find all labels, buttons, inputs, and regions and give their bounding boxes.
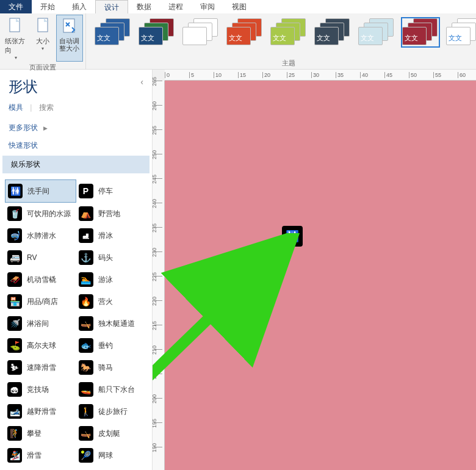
shape-item[interactable]: P停车 (76, 179, 148, 203)
shape-label: 洗手间 (27, 186, 49, 197)
shape-icon: 🐟 (79, 338, 93, 353)
tab-review[interactable]: 审阅 (192, 0, 223, 13)
tab-file[interactable]: 文件 (0, 0, 32, 13)
tab-insert[interactable]: 插入 (63, 0, 95, 13)
main-area: 形状 ‹ 模具 | 搜索 更多形状 ▶ 快速形状 娱乐形状 🚻洗手间P停车🥤可饮… (0, 70, 476, 470)
size-button[interactable]: 大小 ▾ (29, 15, 56, 62)
shape-icon: 🎿 (7, 404, 22, 419)
canvas-area: 051015202530354045505560 265260255250245… (153, 70, 476, 470)
orientation-label: 纸张方向 (5, 37, 27, 55)
shapes-panel-title: 形状 (9, 78, 38, 95)
restroom-shape-instance[interactable]: 🚻 (282, 226, 303, 247)
group-page-setup: 纸张方向 ▾ 大小 ▾ 自动调整大小 页面设置 (0, 13, 86, 69)
tab-data[interactable]: 数据 (128, 0, 160, 13)
shape-icon: 🛶 (79, 426, 93, 441)
shape-item[interactable]: ⛷速降滑雪 (5, 356, 76, 378)
shape-item[interactable]: ⛺野营地 (76, 203, 148, 225)
shape-item[interactable]: 🏪用品/商店 (5, 291, 76, 313)
shape-item[interactable]: 🏟竞技场 (5, 378, 76, 400)
tab-design[interactable]: 设计 (95, 0, 128, 13)
shape-icon: ⚓ (79, 250, 93, 265)
autofit-icon (60, 16, 79, 36)
shape-label: 滑冰 (98, 231, 113, 241)
theme-thumb-4[interactable]: 文文 (270, 18, 307, 46)
shape-item[interactable]: 🚤船只下水台 (76, 378, 148, 400)
shape-label: 皮划艇 (98, 428, 120, 439)
shape-item[interactable]: 🎿越野滑雪 (5, 400, 76, 422)
shape-item[interactable]: 🚻洗手间 (5, 179, 76, 203)
shape-icon: 🏂 (7, 448, 22, 463)
shape-item[interactable]: 🥤可饮用的水源 (5, 203, 76, 225)
shape-item[interactable]: 🛶皮划艇 (76, 422, 148, 444)
themes-group-label: 主题 (88, 57, 476, 69)
page-size-icon (33, 16, 52, 35)
shape-item[interactable]: 🏂滑雪 (5, 444, 76, 466)
shape-item[interactable]: 🐟垂钓 (76, 334, 148, 356)
shape-icon: 🎾 (79, 448, 93, 463)
shape-icon: 🥤 (7, 206, 22, 221)
shape-item[interactable]: 🧗攀登 (5, 422, 76, 444)
shape-item[interactable]: 🚿淋浴间 (5, 313, 76, 334)
shape-icon: ⛷ (7, 360, 22, 375)
shape-icon: 🤿 (7, 228, 22, 243)
shape-label: 用品/商店 (27, 297, 58, 307)
shape-item[interactable]: 🎾网球 (76, 444, 148, 466)
shape-item[interactable]: ⛸滑冰 (76, 225, 148, 247)
shape-icon: ⛸ (79, 228, 93, 243)
shape-label: 野营地 (98, 209, 120, 219)
stencils-link[interactable]: 模具 (9, 103, 23, 112)
shape-item[interactable]: 🏊游泳 (76, 269, 148, 291)
shape-icon: 🐎 (79, 360, 93, 375)
shape-item[interactable]: 🤿水肺潜水 (5, 225, 76, 247)
shape-label: 船只下水台 (98, 385, 135, 395)
search-link[interactable]: 搜索 (39, 103, 54, 112)
quick-shapes-link[interactable]: 快速形状 (0, 137, 152, 154)
shape-label: 营火 (98, 297, 113, 307)
caret-down-icon: ▾ (41, 46, 44, 51)
caret-down-icon: ▾ (15, 55, 17, 60)
theme-thumb-2[interactable] (182, 18, 219, 46)
svg-line-3 (153, 251, 278, 447)
tab-home[interactable]: 开始 (32, 0, 63, 13)
theme-thumb-5[interactable]: 文文 (314, 18, 351, 46)
theme-thumb-3[interactable]: 文文 (226, 18, 263, 46)
shape-label: 滑雪 (27, 450, 41, 461)
orientation-button[interactable]: 纸张方向 ▾ (2, 15, 29, 62)
shape-item[interactable]: 🚐RV (5, 247, 76, 269)
shape-item[interactable]: 🐎骑马 (76, 356, 148, 378)
theme-gallery[interactable]: 文文文文文文文文文文文文文文文文 (88, 15, 476, 57)
shape-label: 停车 (98, 186, 113, 197)
shape-icon: 🏪 (7, 294, 22, 309)
collapse-panel-button[interactable]: ‹ (140, 77, 143, 87)
theme-thumb-0[interactable]: 文文 (95, 18, 131, 46)
shape-category-active[interactable]: 娱乐形状 (2, 156, 150, 173)
theme-thumb-6[interactable]: 文文 (358, 18, 395, 46)
shape-item[interactable]: 🛷机动雪橇 (5, 269, 76, 291)
shape-icon: 🧗 (7, 426, 22, 441)
shape-label: 机动雪橇 (27, 275, 56, 285)
shape-label: 码头 (98, 253, 113, 263)
shape-icon: 🚤 (79, 382, 93, 397)
theme-thumb-1[interactable]: 文文 (139, 18, 175, 46)
tab-view[interactable]: 视图 (223, 0, 255, 13)
tab-process[interactable]: 进程 (160, 0, 192, 13)
shape-item[interactable]: ⛳高尔夫球 (5, 334, 76, 356)
autofit-button[interactable]: 自动调整大小 (56, 15, 83, 62)
shape-item[interactable]: ⚓码头 (76, 247, 148, 269)
shape-item[interactable]: 🔥营火 (76, 291, 148, 313)
theme-thumb-7[interactable]: 文文 (402, 18, 439, 46)
shape-icon: 🚶 (79, 404, 93, 419)
drawing-canvas[interactable]: 🚻 (165, 81, 476, 470)
shape-label: 独木艇通道 (98, 319, 135, 329)
shape-item[interactable]: 🛶独木艇通道 (76, 313, 148, 334)
shape-label: 游泳 (98, 275, 113, 285)
shape-label: RV (27, 253, 37, 262)
group-themes: 文文文文文文文文文文文文文文文文 主题 (86, 13, 476, 69)
shape-item[interactable]: 🚶徒步旅行 (76, 400, 148, 422)
svg-rect-1 (38, 18, 48, 32)
more-shapes-link[interactable]: 更多形状 ▶ (0, 119, 152, 137)
theme-thumb-8[interactable]: 文文 (446, 18, 476, 46)
shape-label: 可饮用的水源 (27, 209, 71, 219)
chevron-right-icon: ▶ (43, 125, 48, 131)
shape-icon: 🏟 (7, 382, 22, 397)
